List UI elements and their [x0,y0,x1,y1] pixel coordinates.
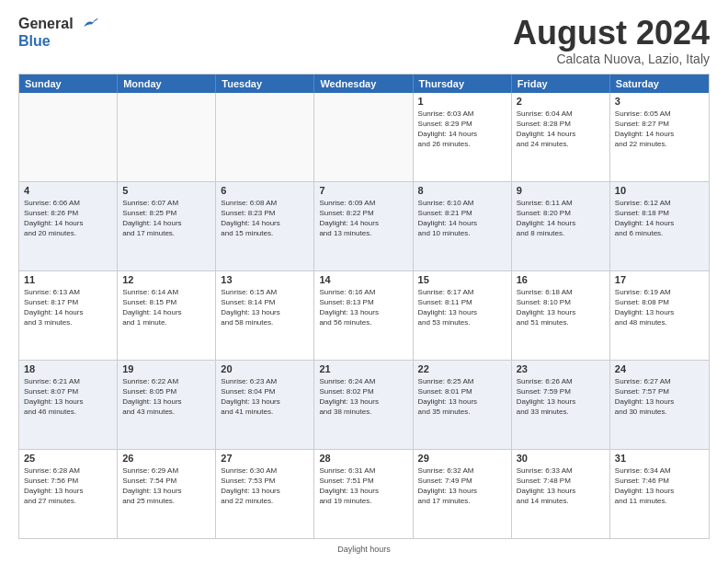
day-number: 15 [418,274,506,285]
day-info: Sunrise: 6:16 AM Sunset: 8:13 PM Dayligh… [319,287,407,328]
day-number: 17 [615,274,704,285]
day-number: 23 [517,363,605,374]
cal-cell-0-1 [118,93,216,181]
header-day-thursday: Thursday [414,75,512,93]
day-info: Sunrise: 6:09 AM Sunset: 8:22 PM Dayligh… [319,198,407,239]
cal-cell-3-2: 20Sunrise: 6:23 AM Sunset: 8:04 PM Dayli… [216,361,314,449]
header-day-sunday: Sunday [19,75,118,93]
day-info: Sunrise: 6:18 AM Sunset: 8:10 PM Dayligh… [517,287,605,328]
calendar-row-2: 11Sunrise: 6:13 AM Sunset: 8:17 PM Dayli… [19,270,709,360]
day-number: 28 [319,453,407,464]
day-info: Sunrise: 6:28 AM Sunset: 7:56 PM Dayligh… [24,465,112,507]
cal-cell-4-1: 26Sunrise: 6:29 AM Sunset: 7:54 PM Dayli… [118,450,216,538]
day-info: Sunrise: 6:32 AM Sunset: 7:49 PM Dayligh… [418,465,506,507]
calendar-row-3: 18Sunrise: 6:21 AM Sunset: 8:07 PM Dayli… [19,360,709,449]
cal-cell-2-6: 17Sunrise: 6:19 AM Sunset: 8:08 PM Dayli… [610,271,709,360]
day-info: Sunrise: 6:30 AM Sunset: 7:53 PM Dayligh… [221,465,309,507]
day-number: 19 [122,363,210,374]
cal-cell-3-6: 24Sunrise: 6:27 AM Sunset: 7:57 PM Dayli… [610,361,709,449]
calendar-header: SundayMondayTuesdayWednesdayThursdayFrid… [19,75,709,93]
day-number: 30 [517,453,605,464]
cal-cell-4-0: 25Sunrise: 6:28 AM Sunset: 7:56 PM Dayli… [19,450,118,538]
header-day-monday: Monday [118,75,216,93]
day-number: 24 [615,363,704,374]
header-day-friday: Friday [512,75,610,93]
cal-cell-2-2: 13Sunrise: 6:15 AM Sunset: 8:14 PM Dayli… [216,271,314,360]
day-info: Sunrise: 6:19 AM Sunset: 8:08 PM Dayligh… [615,287,704,328]
cal-cell-0-3 [314,93,413,181]
day-info: Sunrise: 6:04 AM Sunset: 8:28 PM Dayligh… [517,109,605,150]
header-day-saturday: Saturday [610,75,709,93]
day-info: Sunrise: 6:22 AM Sunset: 8:05 PM Dayligh… [122,376,210,418]
header-day-wednesday: Wednesday [314,75,413,93]
cal-cell-4-6: 31Sunrise: 6:34 AM Sunset: 7:46 PM Dayli… [610,450,709,538]
logo: General Blue [18,15,100,49]
day-number: 20 [221,363,309,374]
cal-cell-3-4: 22Sunrise: 6:25 AM Sunset: 8:01 PM Dayli… [414,361,512,449]
day-info: Sunrise: 6:13 AM Sunset: 8:17 PM Dayligh… [24,287,112,328]
cal-cell-1-6: 10Sunrise: 6:12 AM Sunset: 8:18 PM Dayli… [610,182,709,270]
day-number: 21 [319,363,407,374]
cal-cell-3-3: 21Sunrise: 6:24 AM Sunset: 8:02 PM Dayli… [314,361,413,449]
cal-cell-1-2: 6Sunrise: 6:08 AM Sunset: 8:23 PM Daylig… [216,182,314,270]
day-info: Sunrise: 6:06 AM Sunset: 8:26 PM Dayligh… [24,198,112,239]
day-info: Sunrise: 6:29 AM Sunset: 7:54 PM Dayligh… [122,465,210,507]
calendar-row-0: 1Sunrise: 6:03 AM Sunset: 8:29 PM Daylig… [19,93,709,181]
logo-bird-icon [80,16,100,32]
day-info: Sunrise: 6:10 AM Sunset: 8:21 PM Dayligh… [418,198,506,239]
title-section: August 2024 Calcata Nuova, Lazio, Italy [513,15,710,66]
footer: Daylight hours [18,545,710,554]
day-info: Sunrise: 6:34 AM Sunset: 7:46 PM Dayligh… [615,465,704,507]
day-info: Sunrise: 6:14 AM Sunset: 8:15 PM Dayligh… [122,287,210,328]
cal-cell-4-5: 30Sunrise: 6:33 AM Sunset: 7:48 PM Dayli… [512,450,610,538]
header: General Blue August 2024 Calcata Nuova, … [18,15,710,66]
day-info: Sunrise: 6:26 AM Sunset: 7:59 PM Dayligh… [517,376,605,418]
main-title: August 2024 [513,15,710,52]
cal-cell-1-4: 8Sunrise: 6:10 AM Sunset: 8:21 PM Daylig… [414,182,512,270]
cal-cell-3-5: 23Sunrise: 6:26 AM Sunset: 7:59 PM Dayli… [512,361,610,449]
day-number: 2 [517,96,605,107]
day-number: 13 [221,274,309,285]
day-number: 22 [418,363,506,374]
day-info: Sunrise: 6:11 AM Sunset: 8:20 PM Dayligh… [517,198,605,239]
cal-cell-1-1: 5Sunrise: 6:07 AM Sunset: 8:25 PM Daylig… [118,182,216,270]
cal-cell-0-6: 3Sunrise: 6:05 AM Sunset: 8:27 PM Daylig… [610,93,709,181]
day-info: Sunrise: 6:15 AM Sunset: 8:14 PM Dayligh… [221,287,309,328]
day-info: Sunrise: 6:03 AM Sunset: 8:29 PM Dayligh… [418,109,506,150]
day-number: 18 [24,363,112,374]
calendar-body: 1Sunrise: 6:03 AM Sunset: 8:29 PM Daylig… [19,93,709,538]
day-number: 8 [418,185,506,196]
cal-cell-0-5: 2Sunrise: 6:04 AM Sunset: 8:28 PM Daylig… [512,93,610,181]
cal-cell-2-4: 15Sunrise: 6:17 AM Sunset: 8:11 PM Dayli… [414,271,512,360]
day-info: Sunrise: 6:08 AM Sunset: 8:23 PM Dayligh… [221,198,309,239]
day-number: 26 [122,453,210,464]
cal-cell-3-1: 19Sunrise: 6:22 AM Sunset: 8:05 PM Dayli… [118,361,216,449]
cal-cell-0-4: 1Sunrise: 6:03 AM Sunset: 8:29 PM Daylig… [414,93,512,181]
day-number: 27 [221,453,309,464]
calendar-row-1: 4Sunrise: 6:06 AM Sunset: 8:26 PM Daylig… [19,181,709,270]
cal-cell-0-0 [19,93,118,181]
day-info: Sunrise: 6:23 AM Sunset: 8:04 PM Dayligh… [221,376,309,418]
day-number: 9 [517,185,605,196]
day-info: Sunrise: 6:12 AM Sunset: 8:18 PM Dayligh… [615,198,704,239]
cal-cell-2-1: 12Sunrise: 6:14 AM Sunset: 8:15 PM Dayli… [118,271,216,360]
cal-cell-1-3: 7Sunrise: 6:09 AM Sunset: 8:22 PM Daylig… [314,182,413,270]
day-info: Sunrise: 6:21 AM Sunset: 8:07 PM Dayligh… [24,376,112,418]
day-info: Sunrise: 6:17 AM Sunset: 8:11 PM Dayligh… [418,287,506,328]
page: General Blue August 2024 Calcata Nuova, … [0,0,728,563]
cal-cell-0-2 [216,93,314,181]
day-number: 31 [615,453,704,464]
calendar: SundayMondayTuesdayWednesdayThursdayFrid… [18,74,710,539]
day-info: Sunrise: 6:24 AM Sunset: 8:02 PM Dayligh… [319,376,407,418]
cal-cell-3-0: 18Sunrise: 6:21 AM Sunset: 8:07 PM Dayli… [19,361,118,449]
day-info: Sunrise: 6:27 AM Sunset: 7:57 PM Dayligh… [615,376,704,418]
cal-cell-1-0: 4Sunrise: 6:06 AM Sunset: 8:26 PM Daylig… [19,182,118,270]
cal-cell-4-2: 27Sunrise: 6:30 AM Sunset: 7:53 PM Dayli… [216,450,314,538]
cal-cell-1-5: 9Sunrise: 6:11 AM Sunset: 8:20 PM Daylig… [512,182,610,270]
day-number: 5 [122,185,210,196]
cal-cell-4-3: 28Sunrise: 6:31 AM Sunset: 7:51 PM Dayli… [314,450,413,538]
day-info: Sunrise: 6:25 AM Sunset: 8:01 PM Dayligh… [418,376,506,418]
day-info: Sunrise: 6:05 AM Sunset: 8:27 PM Dayligh… [615,109,704,150]
day-number: 25 [24,453,112,464]
day-number: 4 [24,185,112,196]
